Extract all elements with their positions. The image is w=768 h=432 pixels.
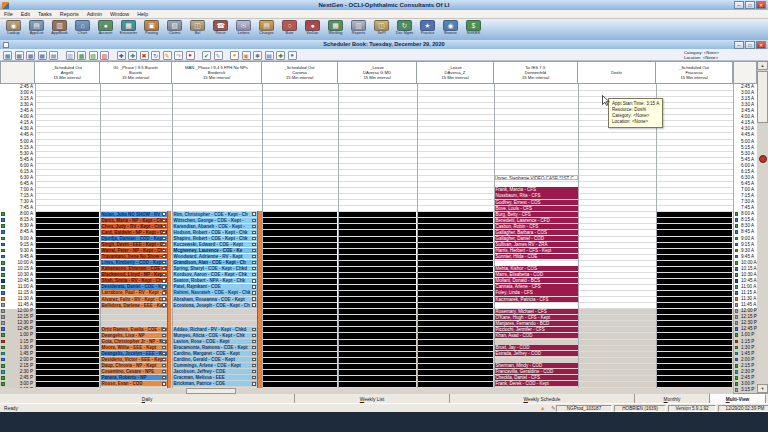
- toolbar-practice-button[interactable]: ★Practice: [416, 20, 439, 39]
- appointment-detail-box[interactable]: [162, 376, 165, 379]
- toolbar-reports-button[interactable]: ▥Reports: [347, 20, 370, 39]
- appointment[interactable]: Brickman, Patrice - COE: [173, 381, 257, 386]
- appointment[interactable]: Ecostona, Joseph - COE - Kept - Ch: [173, 303, 257, 308]
- cancel-appt-icon[interactable]: ✖: [140, 51, 149, 60]
- menu-reports[interactable]: Reports: [56, 10, 83, 19]
- appointment[interactable]: Francavilla, Geraldine - COD: [495, 369, 578, 374]
- appointment-detail-box[interactable]: [252, 255, 255, 258]
- legend-icon[interactable]: ▩: [77, 51, 86, 60]
- appointment[interactable]: Travantano, Irene No Show - CC: [101, 254, 167, 259]
- appointment-detail-box[interactable]: [162, 237, 165, 240]
- close-button[interactable]: ✕: [756, 1, 766, 9]
- appointment[interactable]: Gallagher, Barbara - COS: [495, 230, 578, 235]
- appointment[interactable]: Lines, Kimberly - COD - Kept - Chk: [101, 260, 167, 265]
- appointment[interactable]: Seaton, Robert - NPA - Kept - Chk: [173, 278, 257, 283]
- toolbar-account-button[interactable]: ●Account: [94, 20, 117, 39]
- appointment-detail-box[interactable]: [162, 285, 165, 288]
- appointment[interactable]: Manjares, Fernando - BCD: [495, 321, 578, 326]
- toolbar-bate-button[interactable]: ○Bate: [278, 20, 301, 39]
- new-appt-icon[interactable]: ✚: [117, 51, 126, 60]
- note-icon[interactable]: ✎: [214, 51, 223, 60]
- appointment[interactable]: Nolan, Julia NO SHOW - RV: [101, 212, 167, 217]
- column-header-angelli[interactable]: _Scheduled OutAngelli15 Min interval: [35, 61, 100, 84]
- appointment-detail-box[interactable]: [252, 249, 255, 252]
- appointment-detail-box[interactable]: [252, 219, 255, 222]
- appointment-detail-box[interactable]: [162, 303, 165, 306]
- appointment[interactable]: Marrs, Elisabetta - COD: [495, 272, 578, 277]
- appointment-detail-box[interactable]: [252, 352, 255, 355]
- toolbar-doc-mgmt-button[interactable]: ↻Doc Mgmt: [393, 20, 416, 39]
- appointment[interactable]: Moore, Willie - EEE - Kept: [101, 345, 167, 350]
- appointment[interactable]: Burg, Betty - CFS: [495, 212, 578, 217]
- appointment[interactable]: Mehta, Kishor - COS: [495, 266, 578, 271]
- pen-icon[interactable]: ✎: [551, 405, 556, 411]
- appointment-detail-box[interactable]: [162, 334, 165, 337]
- menu-file[interactable]: File: [0, 10, 17, 19]
- appointment[interactable]: Desiderio, Victor - EEE - Kept: [101, 357, 167, 362]
- toolbar-recur-button[interactable]: ☎Recur: [209, 20, 232, 39]
- appointment[interactable]: Bellidora, Darlene - EEE - Kept: [101, 303, 167, 308]
- resource-legend-icon[interactable]: ▧: [100, 51, 109, 60]
- appointment[interactable]: Kordsov, Aaron - COE - Kept - Chk: [173, 272, 257, 277]
- appointment[interactable]: Brust, Jay - COD: [495, 345, 578, 350]
- menu-help[interactable]: Help: [133, 10, 152, 19]
- scroll-thumb[interactable]: [757, 71, 768, 123]
- alert-icon[interactable]: ▲: [540, 405, 545, 411]
- appointment[interactable]: Rosemary, Michael - CFS: [495, 309, 578, 314]
- h-scroll-thumb[interactable]: [186, 388, 236, 394]
- appointment[interactable]: Rim, Christopher - COE - Kept - Ch: [173, 212, 257, 217]
- appointment[interactable]: Hodson, Robert - COE - Kept - Chk: [173, 230, 257, 235]
- appointment[interactable]: Benedetti, Lawrence - CFD: [495, 218, 578, 223]
- appointment[interactable]: Singh, Devin - EEE - Kept - Ck: [101, 242, 167, 247]
- appointment[interactable]: Goia, Christopher Jr - NP - Kept: [101, 339, 167, 344]
- appointment[interactable]: Shah, Smita - RV - Kept - Chkd: [101, 278, 167, 283]
- toolbar-worklog-button[interactable]: ▦Worklog: [324, 20, 347, 39]
- appointment[interactable]: Spring, Sheryl - COE - Kept - Chkd: [173, 266, 257, 271]
- month-view-icon[interactable]: ▦: [38, 51, 47, 60]
- appointment-detail-box[interactable]: [162, 219, 165, 222]
- redo-icon[interactable]: ↷: [174, 51, 183, 60]
- appointment[interactable]: Danis, Maria - NP - Kept - Chkd: [101, 218, 167, 223]
- work-week-view-icon[interactable]: ▦: [26, 51, 35, 60]
- appointment[interactable]: Kahanaono, Ehteram - COE - Ke: [101, 266, 167, 271]
- appointment-detail-box[interactable]: [252, 346, 255, 349]
- person-find-icon[interactable]: ●: [288, 51, 297, 60]
- column-header-donnenfeld[interactable]: 5x IES 7-5Donnenfeld15 Min interval: [494, 61, 578, 84]
- toolbar-bal-button[interactable]: ◫Bal: [186, 20, 209, 39]
- appointment[interactable]: Deangelis, Jocelyn - EEE - Kept: [101, 351, 167, 356]
- appointment-detail-box[interactable]: [252, 231, 255, 234]
- menu-admin[interactable]: Admin: [83, 10, 106, 19]
- overflow-strip-broderick[interactable]: [257, 211, 262, 393]
- appointment-detail-box[interactable]: [162, 243, 165, 246]
- menu-edit[interactable]: Edit: [17, 10, 34, 19]
- appointment[interactable]: Shapiro, Robert - COE - Kept - Chk: [173, 236, 257, 241]
- appointment-detail-box[interactable]: [252, 303, 255, 306]
- appointment-detail-box[interactable]: [252, 297, 255, 300]
- appointment[interactable]: Deangelis, Lisa - NP: [101, 333, 167, 338]
- appointment[interactable]: Panera, Roberto - NP: [101, 375, 167, 380]
- appointment[interactable]: Rahimi, Nasrateh - COE - Kept - Chk: [173, 290, 257, 295]
- appointment[interactable]: Djurdja, Damian - COD - Kept - Ck: [101, 236, 167, 241]
- appointment[interactable]: Harris, Herbert - CFS - Kept: [495, 248, 578, 253]
- menu-tasks[interactable]: Tasks: [34, 10, 56, 19]
- multi-view-icon[interactable]: ▤: [49, 51, 58, 60]
- column-header-doshi[interactable]: Doshi: [578, 61, 656, 84]
- appointment[interactable]: Patel, Rajnikant - COE: [173, 284, 257, 289]
- appointment[interactable]: Blackwood, Lloyd - NP - Kept -: [101, 272, 167, 277]
- appointment[interactable]: Picciochi, Jennifer - CFS: [495, 327, 578, 332]
- appointment-detail-box[interactable]: [162, 370, 165, 373]
- appointment-detail-box[interactable]: [162, 358, 165, 361]
- appointment-detail-box[interactable]: [162, 231, 165, 234]
- appointment-detail-box[interactable]: [162, 328, 165, 331]
- group-appt-icon[interactable]: ✚: [128, 51, 137, 60]
- refresh-icon[interactable]: ↻: [151, 51, 160, 60]
- appointment[interactable]: Godfrey, Ernest - COS: [495, 200, 578, 205]
- toolbar-posting-button[interactable]: ▣Posting: [140, 20, 163, 39]
- column-header-broderick[interactable]: MAN _Phase I 9-4 5 FPH No NPsBroderick15…: [172, 61, 262, 84]
- appointment-detail-box[interactable]: [162, 225, 165, 228]
- toolbar-letters-button[interactable]: ✉Letters: [232, 20, 255, 39]
- column-header-caronia[interactable]: _Scheduled OutCaronia15 Min interval: [262, 61, 338, 84]
- appointment[interactable]: Alvarez, Felix - RV - Kept - Chk: [101, 297, 167, 302]
- child-close-button[interactable]: ✕: [756, 41, 766, 49]
- appointment-detail-box[interactable]: [162, 255, 165, 258]
